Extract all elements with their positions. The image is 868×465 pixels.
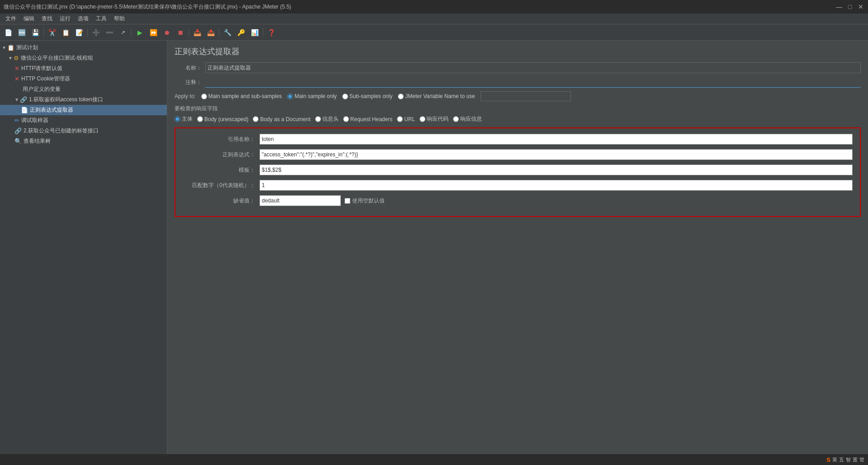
radio-jmeter-var-input[interactable] [398,94,404,99]
toolbar-toggle[interactable]: ↗ [117,26,129,39]
radio-body-unescaped[interactable]: Body (unescaped) [197,116,248,122]
toolbar-sep5 [219,28,219,37]
ref-name-row: 引用名称： [183,134,853,145]
window-controls: — □ ✕ [835,3,864,10]
radio-body-doc-input[interactable] [253,116,259,122]
radio-info-header[interactable]: 信息头 [315,115,339,123]
radio-info-header-input[interactable] [315,116,321,122]
menu-run[interactable]: 运行 [56,14,74,23]
menu-tools[interactable]: 工具 [92,14,110,23]
sidebar-item-http-default[interactable]: ✕ HTTP请求默认值 [0,63,167,74]
radio-main-sub-label: Main sample and sub-samples [208,93,282,99]
regex-extractor-icon: 📄 [21,107,28,113]
radio-resp-info[interactable]: 响应信息 [453,115,482,123]
radio-resp-info-input[interactable] [453,116,459,122]
radio-url-input[interactable] [397,116,403,122]
toolbar-new[interactable]: 📄 [2,26,14,39]
regex-input[interactable] [259,149,853,160]
close-button[interactable]: ✕ [857,3,864,10]
use-empty-checkbox[interactable] [344,198,350,204]
apply-to-group: Main sample and sub-samples Main sample … [201,91,571,101]
menu-options[interactable]: 选项 [74,14,92,23]
jmeter-var-input[interactable] [481,91,571,101]
radio-req-header[interactable]: Request Headers [343,116,392,122]
access-token-icon: 🔗 [20,96,27,103]
comment-input[interactable] [205,77,861,88]
sidebar-item-test-plan[interactable]: ▼ 📋 测试计划 [0,42,167,53]
template-input[interactable] [259,164,853,175]
status-icon-1: 英 [832,456,837,463]
sidebar-item-debug-sampler[interactable]: ✏ 调试取样器 [0,115,167,126]
radio-sub-only-input[interactable] [342,94,348,99]
radio-main-sub-input[interactable] [201,94,207,99]
toolbar-help[interactable]: ❓ [265,26,278,39]
default-input[interactable] [259,195,341,206]
toolbar-collapse[interactable]: ➖ [103,26,116,39]
menu-help[interactable]: 帮助 [110,14,128,23]
radio-body-doc[interactable]: Body as a Document [253,116,310,122]
radio-req-header-input[interactable] [343,116,349,122]
minimize-button[interactable]: — [835,3,843,10]
toolbar-clear[interactable]: 📥 [191,26,203,39]
cookie-label: HTTP Cookie管理器 [21,75,70,83]
toolbar-start[interactable]: ▶ [133,26,146,39]
toolbar-save[interactable]: 💾 [29,26,42,39]
toolbar-cut[interactable]: ✂️ [46,26,58,39]
radio-main-only-input[interactable] [287,94,293,99]
sidebar-item-thread-group[interactable]: ▼ ⚙ 微信公众平台接口测试-线程组 [0,53,167,63]
toolbar-settings[interactable]: 🔧 [221,26,234,39]
toolbar-chart[interactable]: 📊 [248,26,261,39]
toggle-access-token[interactable]: ▼ [14,97,19,102]
toggle-thread-group[interactable]: ▼ [8,56,13,61]
menu-file[interactable]: 文件 [2,14,20,23]
user-vars-label: 用户定义的变量 [23,85,61,93]
match-no-label: 匹配数字（0代表随机）： [183,182,255,189]
sidebar-item-regex-extractor[interactable]: 📄 正则表达式提取器 [0,105,167,115]
response-field-label: 要检查的响应字段 [175,105,218,112]
toolbar-stop[interactable]: ⏹ [174,26,187,39]
radio-resp-code-label: 响应代码 [427,115,448,123]
radio-sub-only[interactable]: Sub-samples only [342,93,392,99]
sidebar: ▼ 📋 测试计划 ▼ ⚙ 微信公众平台接口测试-线程组 ✕ HTTP请求默认值 … [0,41,167,465]
toolbar-open[interactable]: 🆕 [15,26,28,39]
radio-main-sub[interactable]: Main sample and sub-samples [201,93,282,99]
toolbar-expand[interactable]: ➕ [90,26,102,39]
toolbar-sep2 [87,28,88,37]
toolbar-paste[interactable]: 📝 [73,26,85,39]
toolbar-start-no-pause[interactable]: ⏩ [147,26,160,39]
toggle-test-plan[interactable]: ▼ [2,45,6,50]
sidebar-item-access-token[interactable]: ▼ 🔗 1.获取鉴权码access token接口 [0,94,167,105]
use-empty-checkbox-label[interactable]: 使用空默认值 [344,197,385,205]
radio-main-only[interactable]: Main sample only [287,93,336,99]
radio-body-label: 主体 [182,115,193,123]
toolbar-copy[interactable]: 📋 [59,26,72,39]
sidebar-item-result-tree[interactable]: 🔍 查看结果树 [0,136,167,146]
status-icon-4: 置 [853,456,858,463]
radio-resp-code[interactable]: 响应代码 [420,115,448,123]
radio-resp-code-input[interactable] [420,116,425,122]
menu-edit[interactable]: 编辑 [20,14,38,23]
thread-group-label: 微信公众平台接口测试-线程组 [21,54,93,62]
sidebar-item-tag-api[interactable]: 🔗 2.获取公众号已创建的标签接口 [0,126,167,136]
radio-url[interactable]: URL [397,116,415,122]
name-input[interactable] [205,62,861,73]
menu-search[interactable]: 查找 [38,14,56,23]
default-label: 缺省值： [183,197,255,205]
toolbar-record[interactable]: ⏺ [160,26,173,39]
menu-bar: 文件 编辑 查找 运行 选项 工具 帮助 [0,14,868,24]
sidebar-item-cookie-manager[interactable]: ✕ HTTP Cookie管理器 [0,74,167,84]
sidebar-item-user-vars[interactable]: 用户定义的变量 [0,84,167,94]
match-no-input[interactable] [259,180,853,191]
radio-body-unescaped-input[interactable] [197,116,203,122]
template-row: 模板： [183,164,853,175]
radio-body-doc-label: Body as a Document [260,116,310,122]
toolbar: 📄 🆕 💾 ✂️ 📋 📝 ➕ ➖ ↗ ▶ ⏩ ⏺ ⏹ 📥 📤 🔧 🔑 📊 ❓ [0,24,868,41]
toolbar-key[interactable]: 🔑 [235,26,247,39]
radio-jmeter-var[interactable]: JMeter Variable Name to use [398,93,475,99]
restore-button[interactable]: □ [846,3,854,10]
toolbar-clear-all[interactable]: 📤 [204,26,217,39]
radio-body-unescaped-label: Body (unescaped) [204,116,248,122]
radio-body-input[interactable] [175,116,180,122]
radio-body[interactable]: 主体 [175,115,193,123]
ref-name-input[interactable] [259,134,853,145]
